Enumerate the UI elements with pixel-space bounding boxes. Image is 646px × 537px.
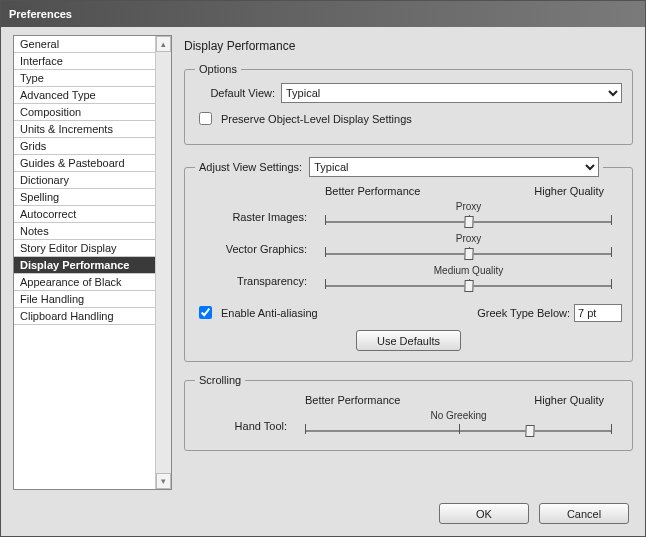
perf-high-label: Higher Quality — [534, 185, 604, 197]
vector-graphics-slider[interactable]: Proxy — [315, 235, 622, 263]
sidebar-item-grids[interactable]: Grids — [14, 138, 155, 155]
cancel-button[interactable]: Cancel — [539, 503, 629, 524]
raster-caption: Proxy — [315, 201, 622, 212]
sidebar-item-autocorrect[interactable]: Autocorrect — [14, 206, 155, 223]
use-defaults-button[interactable]: Use Defaults — [356, 330, 461, 351]
preserve-object-level-label[interactable]: Preserve Object-Level Display Settings — [221, 113, 412, 125]
vector-caption: Proxy — [315, 233, 622, 244]
scroll-perf-high-label: Higher Quality — [534, 394, 604, 406]
adjust-view-legend: Adjust View Settings: Typical — [195, 157, 603, 177]
sidebar-item-file-handling[interactable]: File Handling — [14, 291, 155, 308]
enable-anti-aliasing-label[interactable]: Enable Anti-aliasing — [221, 307, 318, 319]
options-legend: Options — [195, 63, 241, 75]
dialog-title: Preferences — [9, 8, 72, 20]
preferences-dialog: Preferences GeneralInterfaceTypeAdvanced… — [0, 0, 646, 537]
sidebar-item-clipboard-handling[interactable]: Clipboard Handling — [14, 308, 155, 325]
raster-images-slider[interactable]: Proxy — [315, 203, 622, 231]
sidebar-item-general[interactable]: General — [14, 36, 155, 53]
category-sidebar: GeneralInterfaceTypeAdvanced TypeComposi… — [13, 35, 172, 490]
sidebar-item-units-increments[interactable]: Units & Increments — [14, 121, 155, 138]
sidebar-item-interface[interactable]: Interface — [14, 53, 155, 70]
main-panel: Display Performance Options Default View… — [184, 35, 633, 457]
raster-images-row: Raster Images: Proxy — [195, 203, 622, 231]
ok-button[interactable]: OK — [439, 503, 529, 524]
sidebar-item-advanced-type[interactable]: Advanced Type — [14, 87, 155, 104]
sidebar-item-composition[interactable]: Composition — [14, 104, 155, 121]
raster-images-label: Raster Images: — [195, 211, 315, 223]
sidebar-item-dictionary[interactable]: Dictionary — [14, 172, 155, 189]
vector-graphics-row: Vector Graphics: Proxy — [195, 235, 622, 263]
options-group: Options Default View: Typical Preserve O… — [184, 63, 633, 145]
perf-low-label: Better Performance — [325, 185, 420, 197]
sidebar-scrollbar[interactable]: ▴ ▾ — [155, 36, 171, 489]
vector-graphics-label: Vector Graphics: — [195, 243, 315, 255]
sidebar-item-spelling[interactable]: Spelling — [14, 189, 155, 206]
scroll-perf-low-label: Better Performance — [305, 394, 400, 406]
hand-tool-slider[interactable]: No Greeking — [295, 412, 622, 440]
transparency-slider[interactable]: Medium Quality — [315, 267, 622, 295]
scrolling-group: Scrolling Better Performance Higher Qual… — [184, 374, 633, 451]
hand-tool-label: Hand Tool: — [195, 420, 295, 432]
adjust-view-select[interactable]: Typical — [309, 157, 599, 177]
sidebar-item-notes[interactable]: Notes — [14, 223, 155, 240]
sidebar-item-story-editor-display[interactable]: Story Editor Display — [14, 240, 155, 257]
transparency-caption: Medium Quality — [315, 265, 622, 276]
hand-tool-caption: No Greeking — [295, 410, 622, 421]
default-view-select[interactable]: Typical — [281, 83, 622, 103]
scrolling-legend: Scrolling — [195, 374, 245, 386]
enable-anti-aliasing-checkbox[interactable] — [199, 306, 212, 319]
sidebar-item-display-performance[interactable]: Display Performance — [14, 257, 155, 274]
adjust-view-group: Adjust View Settings: Typical Better Per… — [184, 157, 633, 362]
hand-tool-row: Hand Tool: No Greeking — [195, 412, 622, 440]
default-view-label: Default View: — [195, 87, 275, 99]
sidebar-item-appearance-of-black[interactable]: Appearance of Black — [14, 274, 155, 291]
titlebar: Preferences — [1, 1, 645, 27]
greek-type-input[interactable] — [574, 304, 622, 322]
greek-type-label: Greek Type Below: — [477, 307, 570, 319]
transparency-row: Transparency: Medium Quality — [195, 267, 622, 295]
preserve-object-level-checkbox[interactable] — [199, 112, 212, 125]
scroll-up-icon[interactable]: ▴ — [156, 36, 171, 52]
sidebar-item-type[interactable]: Type — [14, 70, 155, 87]
section-title: Display Performance — [184, 39, 633, 53]
sidebar-item-guides-pasteboard[interactable]: Guides & Pasteboard — [14, 155, 155, 172]
dialog-footer: OK Cancel — [1, 497, 645, 536]
scroll-down-icon[interactable]: ▾ — [156, 473, 171, 489]
transparency-label: Transparency: — [195, 275, 315, 287]
